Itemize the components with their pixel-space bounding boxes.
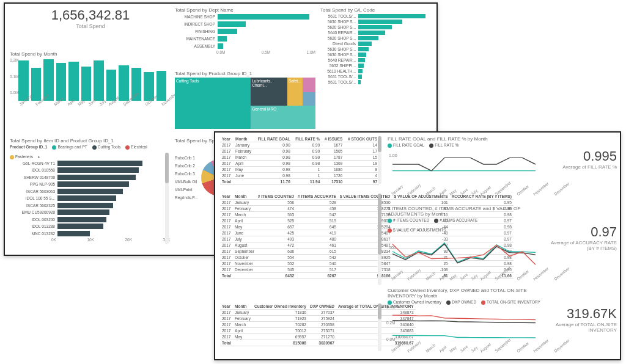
legend: Product Group ID_1 Bearings and PT Cutti…: [10, 145, 170, 159]
chevron-right-icon[interactable]: ▸: [38, 155, 40, 159]
bar[interactable]: [218, 14, 309, 20]
total-spend-value: 1,656,342.81: [11, 7, 170, 23]
col-header[interactable]: DXP OWNED: [308, 304, 336, 310]
bar[interactable]: [358, 58, 365, 62]
bar[interactable]: [57, 181, 129, 187]
chart-spend-by-gl[interactable]: Total Spend by G/L Code 5631 TOOLS/...56…: [320, 7, 434, 131]
col-header[interactable]: FILL RATE %: [292, 136, 322, 142]
bar[interactable]: [218, 21, 246, 27]
col-header[interactable]: Year: [220, 304, 233, 310]
bar[interactable]: [358, 64, 364, 68]
bar[interactable]: [358, 53, 366, 57]
bar[interactable]: [119, 65, 129, 101]
col-header[interactable]: Customer Owned Inventory: [252, 304, 308, 310]
col-header[interactable]: Year: [220, 136, 234, 142]
col-header[interactable]: # ISSUES: [322, 136, 344, 142]
scrollbar[interactable]: [378, 194, 381, 285]
chart-spend-by-item[interactable]: Total Spend by Item ID and Product Group…: [10, 138, 170, 242]
table-fill-rate[interactable]: YearMonthFILL RATE GOALFILL RATE %# ISSU…: [220, 136, 379, 185]
treemap-general-mro[interactable]: General MRO: [251, 106, 315, 129]
bar[interactable]: [31, 68, 42, 101]
chart-spend-by-pg[interactable]: Total Spend by Product Group ID_1 Cuttin…: [175, 71, 315, 131]
treemap-cell-5[interactable]: [303, 92, 315, 106]
bar[interactable]: [68, 62, 79, 101]
bar-label: 5640 REPAIR...: [322, 31, 356, 35]
kpi-accuracy: 0.97 Average of ACCURACY RATE (BY # ITEM…: [548, 224, 617, 251]
bar[interactable]: [358, 25, 392, 29]
pie-label: Regrinds-P...: [175, 195, 197, 200]
bar[interactable]: [57, 231, 90, 236]
bar[interactable]: [218, 36, 227, 42]
bar[interactable]: [106, 70, 117, 101]
bar[interactable]: [358, 75, 362, 79]
bar[interactable]: [57, 224, 103, 229]
kpi-dashboard: YearMonthFILL RATE GOALFILL RATE %# ISSU…: [214, 131, 621, 360]
table-row[interactable]: 2017February0.980.99150517: [220, 148, 379, 155]
pie-label: RoboCrib 3: [175, 172, 197, 176]
table-row[interactable]: 2017January0.980.99167714: [220, 142, 379, 148]
bar[interactable]: [218, 43, 223, 49]
treemap-safety[interactable]: Safet...: [287, 78, 303, 106]
table-row[interactable]: 2017April0.980.98136919: [220, 161, 379, 167]
bar-label: 5620 SHOP S...: [322, 25, 356, 29]
bar[interactable]: [358, 36, 378, 40]
treemap-lubricants[interactable]: Lubricants, Chemi...: [251, 78, 287, 106]
col-header[interactable]: $ VALUE ITEMS COUNTED: [338, 194, 392, 200]
col-header[interactable]: FILL RATE GOAL: [254, 136, 292, 142]
col-header[interactable]: # STOCK OUTS: [344, 136, 379, 142]
bar[interactable]: [358, 47, 369, 51]
bar[interactable]: [57, 189, 123, 194]
col-header[interactable]: Month: [233, 194, 256, 200]
bar[interactable]: [94, 60, 104, 101]
bar[interactable]: [358, 20, 402, 24]
col-header[interactable]: # ITEMS ACCURATE: [296, 194, 338, 200]
bar[interactable]: [358, 42, 372, 46]
chart-fill-rate[interactable]: FILL RATE GOAL and FILL RATE % by Month …: [388, 136, 540, 197]
bar[interactable]: [57, 203, 113, 208]
chart-title: FILL RATE GOAL and FILL RATE % by Month: [388, 136, 540, 142]
bar[interactable]: [156, 71, 167, 101]
bar-label: 5631 TOOLS/...: [322, 80, 356, 84]
bar[interactable]: [81, 67, 92, 101]
bar[interactable]: [358, 69, 363, 73]
bar[interactable]: [358, 80, 361, 84]
col-header[interactable]: # ITEMS COUNTED: [256, 194, 296, 200]
bar[interactable]: [218, 29, 237, 34]
table-inventory[interactable]: YearMonthCustomer Owned InventoryDXP OWN…: [220, 304, 379, 346]
bar[interactable]: [358, 14, 425, 18]
table-row[interactable]: 2017January556528785301010.95: [220, 200, 514, 206]
bar-label: 5610 HEALTH...: [322, 69, 356, 73]
chart-inventory[interactable]: Customer Owned Inventory, DXP OWNED and …: [388, 288, 540, 354]
chart-spend-by-dept[interactable]: Total Spend by Dept Name MACHINE SHOPIND…: [175, 7, 315, 54]
pie-label: RoboCrib 2: [175, 164, 197, 168]
bar[interactable]: [56, 63, 67, 101]
treemap-cell-4[interactable]: [303, 78, 315, 92]
bar[interactable]: [57, 161, 142, 166]
bar[interactable]: [57, 167, 139, 173]
chart-accuracy[interactable]: # ITEMS COUNTED, # ITEMS ACCURATE and $ …: [388, 206, 540, 282]
bar[interactable]: [57, 209, 109, 215]
bar[interactable]: [18, 60, 29, 101]
bar[interactable]: [57, 217, 106, 222]
treemap-cutting-tools[interactable]: Cutting Tools: [175, 78, 251, 129]
col-header[interactable]: Year: [220, 194, 233, 200]
x-axis: 0.0M0.5M1.0M: [175, 50, 315, 54]
bar[interactable]: [57, 175, 136, 180]
scrollbar[interactable]: [165, 153, 169, 244]
bar-label: 5620 SHOP S...: [322, 36, 356, 40]
pie-label: VMI-Paint: [175, 187, 197, 192]
chart-spend-by-month[interactable]: Total Spend by Month 0.2M 0.1M 0.0M Janu…: [10, 51, 169, 125]
kpi-value: 319.67K: [548, 306, 617, 322]
table-row[interactable]: 2017March0.980.99178715: [220, 155, 379, 161]
kpi-value: 0.97: [548, 224, 617, 240]
bar-label: ISCAR 5602325: [11, 203, 55, 208]
col-header[interactable]: Month: [233, 304, 252, 310]
scrollbar[interactable]: [378, 304, 381, 351]
table-accuracy[interactable]: YearMonth# ITEMS COUNTED# ITEMS ACCURATE…: [220, 194, 379, 279]
table-row[interactable]: 2017May0.98116868: [220, 167, 379, 173]
table-row[interactable]: 2017June0.98117264: [220, 173, 379, 179]
scrollbar[interactable]: [378, 136, 381, 184]
bar[interactable]: [358, 31, 385, 35]
col-header[interactable]: Month: [234, 136, 254, 142]
bar[interactable]: [57, 195, 116, 201]
